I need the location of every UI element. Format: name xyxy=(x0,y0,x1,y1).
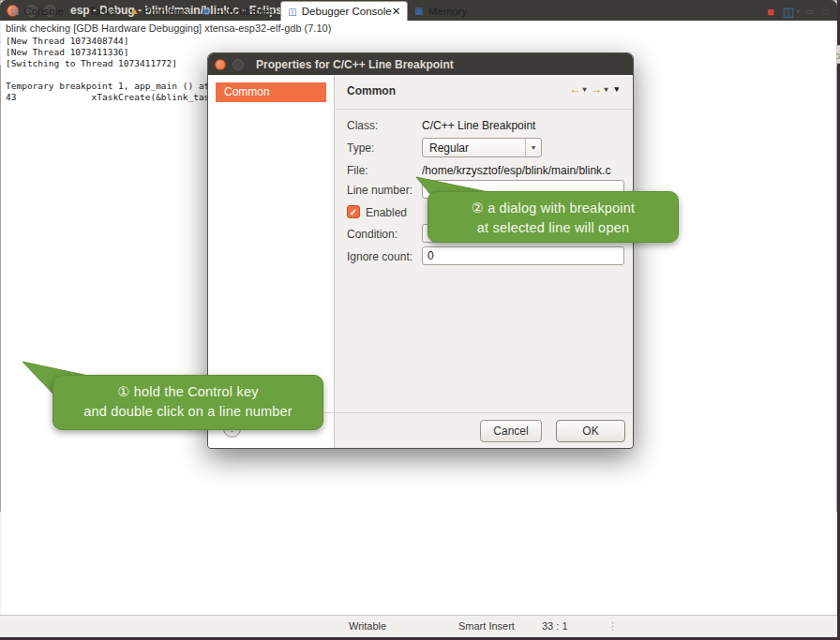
dialog-title: Properties for C/C++ Line Breakpoint xyxy=(256,58,454,71)
type-select[interactable]: Regular ▾ xyxy=(422,138,542,157)
ignore-count-label: Ignore count: xyxy=(347,250,412,263)
console-line: [New Thread 1073408744] xyxy=(1,36,836,47)
console-toolbar: ■◫▾▭□ xyxy=(760,2,833,21)
callout-step2: ② a dialog with breakpoint at selected l… xyxy=(428,191,679,243)
tasks-icon: ✓ xyxy=(77,6,84,16)
status-bar: Writable Smart Insert 33 : 1 ⋮ xyxy=(0,615,837,637)
console-minimize-icon[interactable]: ▭ xyxy=(802,4,818,19)
console-maximize-icon[interactable]: □ xyxy=(818,4,833,19)
cancel-button[interactable]: Cancel xyxy=(480,420,542,442)
open-console-dropdown-icon[interactable]: ▾ xyxy=(796,7,800,16)
forward-dropdown-icon[interactable]: ▾ xyxy=(604,85,608,94)
back-dropdown-icon[interactable]: ▾ xyxy=(582,85,586,94)
tab-tasks[interactable]: ✓Tasks xyxy=(70,1,124,21)
class-value: C/C++ Line Breakpoint xyxy=(422,119,535,132)
forward-arrow-icon[interactable]: → xyxy=(591,82,602,96)
debugger-console-icon: ◫ xyxy=(288,7,296,17)
callout-step2-line1: ② a dialog with breakpoint xyxy=(428,199,678,218)
callout-step1: ① hold the Control key and double click … xyxy=(52,375,323,430)
tab-executables[interactable]: ◉Executables xyxy=(196,1,280,21)
status-writable: Writable xyxy=(349,620,386,632)
dialog-section-header: Common xyxy=(347,84,396,97)
dialog-close-button[interactable] xyxy=(215,59,226,70)
tab-label: Problems xyxy=(143,6,189,17)
open-console-glyph: ◫ xyxy=(783,6,794,18)
tab-problems[interactable]: ▲Problems xyxy=(123,1,195,21)
type-select-value: Regular xyxy=(423,141,525,155)
console-terminate-glyph: ■ xyxy=(767,6,774,18)
line-number-label: Line number: xyxy=(347,184,412,197)
enabled-checkbox[interactable]: ✓ xyxy=(347,205,360,218)
tab-debugger-console[interactable]: ◫Debugger Console✕ xyxy=(280,1,408,21)
view-menu-icon[interactable]: ▾ xyxy=(614,84,619,94)
console-tabbar: ▤Console✓Tasks▲Problems◉Executables◫Debu… xyxy=(0,0,837,21)
ok-button[interactable]: OK xyxy=(556,420,625,442)
executables-icon: ◉ xyxy=(202,6,211,16)
file-label: File: xyxy=(347,164,368,177)
tab-label: Tasks xyxy=(89,6,116,17)
tab-label: Console xyxy=(23,6,63,17)
tab-close-icon[interactable]: ✕ xyxy=(392,5,401,18)
enabled-label: Enabled xyxy=(366,206,407,219)
dialog-titlebar: Properties for C/C++ Line Breakpoint xyxy=(208,53,633,75)
console-process-label: blink checking [GDB Hardware Debugging] … xyxy=(1,21,836,36)
chevron-down-icon[interactable]: ▾ xyxy=(525,139,541,156)
dialog-nav: ←▾ →▾ ▾ xyxy=(569,82,623,96)
status-drag-handle: ⋮ xyxy=(608,620,618,633)
sidebar-item-common[interactable]: Common xyxy=(216,82,326,102)
status-insert-mode: Smart Insert xyxy=(458,620,515,632)
tab-label: Executables xyxy=(216,6,275,17)
back-arrow-icon[interactable]: ← xyxy=(569,82,580,96)
dialog-header-divider xyxy=(336,109,633,110)
dialog-content: Common ←▾ →▾ ▾ Class: C/C++ Line Breakpo… xyxy=(336,75,633,448)
open-console-icon[interactable]: ◫▾ xyxy=(782,2,801,21)
dialog-menu-button[interactable] xyxy=(232,59,244,70)
tab-console[interactable]: ▤Console xyxy=(4,1,70,21)
type-label: Type: xyxy=(347,141,374,155)
tab-label: Debugger Console xyxy=(302,6,392,17)
class-label: Class: xyxy=(347,119,378,132)
callout-step1-line1: ① hold the Control key xyxy=(53,382,322,402)
callout-step2-line2: at selected line will open xyxy=(428,218,678,238)
tab-memory[interactable]: ▦Memory xyxy=(408,1,473,21)
status-caret-position: 33 : 1 xyxy=(542,620,568,632)
console-terminate-icon[interactable]: ■ xyxy=(761,2,780,21)
ignore-count-input[interactable] xyxy=(422,246,624,265)
eclipse-window: esp - Debug - blink/main/blink.c - Eclip… xyxy=(0,0,837,637)
file-value: /home/krzysztof/esp/blink/main/blink.c xyxy=(422,164,610,177)
console-icon: ▤ xyxy=(10,6,19,16)
memory-icon: ▦ xyxy=(414,6,423,16)
problems-icon: ▲ xyxy=(129,6,139,16)
condition-label: Condition: xyxy=(347,228,398,241)
tab-label: Memory xyxy=(428,6,468,17)
callout-step1-line2: and double click on a line number xyxy=(53,402,322,422)
